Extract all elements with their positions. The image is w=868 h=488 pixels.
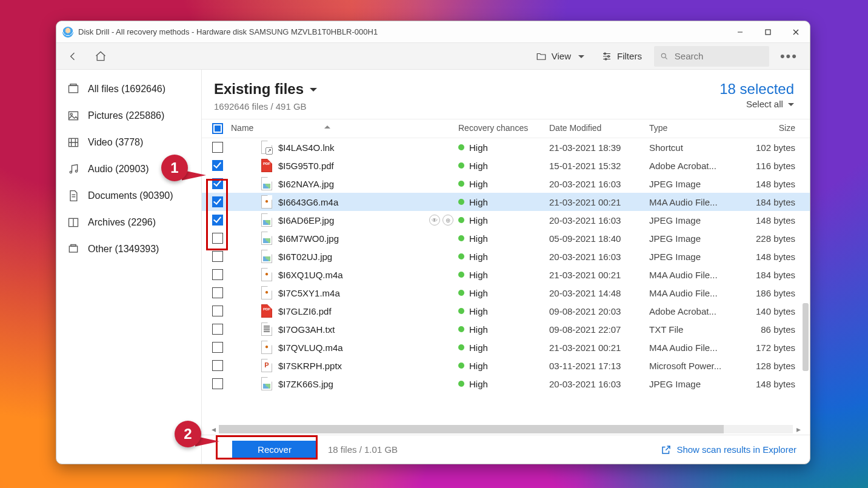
table-row[interactable]: $I4LAS4O.lnkHigh21-03-2021 18:39Shortcut… bbox=[202, 138, 810, 156]
file-name: $I4LAS4O.lnk bbox=[278, 142, 335, 153]
file-size: 184 bytes bbox=[731, 197, 804, 207]
selection-count: 18 selected bbox=[719, 81, 794, 98]
table-row[interactable]: $I7QVLUQ.m4aHigh21-03-2021 00:21M4A Audi… bbox=[202, 338, 810, 356]
table-row[interactable]: $I6T02UJ.jpgHigh20-03-2021 16:03JPEG Ima… bbox=[202, 247, 810, 266]
file-type: Shortcut bbox=[649, 142, 731, 153]
scope-dropdown[interactable]: Existing files bbox=[214, 81, 317, 98]
row-checkbox[interactable] bbox=[212, 342, 223, 353]
annotation-badge-2: 2 bbox=[175, 421, 201, 447]
column-size[interactable]: Size bbox=[731, 123, 804, 134]
horizontal-scrollbar[interactable]: ◂▸ bbox=[208, 424, 804, 435]
more-button[interactable]: ••• bbox=[780, 48, 798, 64]
table-row[interactable]: $I6AD6EP.jpg👁⊕High20-03-2021 16:03JPEG I… bbox=[202, 211, 810, 229]
file-type: JPEG Image bbox=[649, 379, 731, 389]
file-icon bbox=[261, 378, 272, 390]
file-name: $I7QVLUQ.m4a bbox=[278, 343, 343, 353]
svg-rect-1 bbox=[766, 30, 770, 35]
footer-selection-info: 18 files / 1.01 GB bbox=[328, 444, 398, 455]
table-row[interactable]: $I6643G6.m4aHigh21-03-2021 00:21M4A Audi… bbox=[202, 193, 810, 211]
row-checkbox[interactable] bbox=[212, 178, 223, 189]
column-recovery[interactable]: Recovery chances bbox=[458, 123, 549, 134]
row-hover-actions[interactable]: 👁⊕ bbox=[429, 215, 453, 226]
recover-button[interactable]: Recover bbox=[232, 441, 317, 459]
view-menu[interactable]: View bbox=[531, 51, 589, 62]
vertical-scrollbar[interactable] bbox=[801, 138, 810, 435]
back-button[interactable] bbox=[62, 46, 83, 67]
show-in-explorer-link[interactable]: Show scan results in Explorer bbox=[661, 444, 796, 455]
file-type: M4A Audio File... bbox=[649, 197, 731, 207]
table-row[interactable]: $I7SKRPH.pptxHigh03-11-2021 17:13Microso… bbox=[202, 356, 810, 375]
main-header: Existing files 1692646 files / 491 GB 18… bbox=[202, 70, 810, 119]
table-row[interactable]: $I7GLZI6.pdfHigh09-08-2021 20:03Adobe Ac… bbox=[202, 302, 810, 320]
row-checkbox[interactable] bbox=[212, 360, 223, 371]
search-icon bbox=[660, 52, 669, 61]
options-icon[interactable]: ⊕ bbox=[442, 215, 453, 226]
row-checkbox[interactable] bbox=[212, 306, 223, 316]
status-dot-icon bbox=[458, 235, 464, 241]
sidebar-item-video[interactable]: Video (3778) bbox=[56, 129, 201, 156]
file-name: $I6M7WO0.jpg bbox=[278, 233, 339, 244]
status-dot-icon bbox=[458, 199, 464, 205]
sidebar-item-pictures[interactable]: Pictures (225886) bbox=[56, 102, 201, 129]
table-row[interactable]: $I62NAYA.jpgHigh20-03-2021 16:03JPEG Ima… bbox=[202, 175, 810, 193]
sidebar-item-other[interactable]: Other (1349393) bbox=[56, 236, 201, 262]
row-checkbox[interactable] bbox=[212, 160, 223, 171]
sidebar: All files (1692646) Pictures (225886) Vi… bbox=[56, 70, 202, 464]
file-name: $I6AD6EP.jpg bbox=[278, 215, 334, 226]
row-checkbox[interactable] bbox=[212, 324, 223, 335]
table-row[interactable]: $I6M7WO0.jpgHigh05-09-2021 18:40JPEG Ima… bbox=[202, 229, 810, 247]
table-row[interactable]: $I7OG3AH.txtHigh09-08-2021 22:07TXT File… bbox=[202, 320, 810, 338]
status-dot-icon bbox=[458, 290, 464, 296]
date-modified: 21-03-2021 00:21 bbox=[549, 270, 649, 280]
recovery-chance: High bbox=[469, 288, 488, 298]
row-checkbox[interactable] bbox=[212, 269, 223, 280]
sidebar-item-archives[interactable]: Archives (2296) bbox=[56, 209, 201, 236]
home-button[interactable] bbox=[90, 46, 111, 67]
table-row[interactable]: $I6XQ1UQ.m4aHigh21-03-2021 00:21M4A Audi… bbox=[202, 266, 810, 284]
row-checkbox[interactable] bbox=[212, 233, 223, 244]
date-modified: 20-03-2021 16:03 bbox=[549, 379, 649, 389]
maximize-button[interactable] bbox=[754, 21, 782, 43]
date-modified: 20-03-2021 14:48 bbox=[549, 288, 649, 298]
file-icon bbox=[261, 250, 272, 262]
row-checkbox[interactable] bbox=[212, 251, 223, 262]
column-name[interactable]: Name bbox=[227, 123, 458, 134]
select-all-label: Select all bbox=[746, 99, 783, 109]
row-checkbox[interactable] bbox=[212, 378, 223, 389]
explorer-link-label: Show scan results in Explorer bbox=[676, 444, 796, 455]
column-type[interactable]: Type bbox=[649, 123, 731, 134]
table-row[interactable]: $I7C5XY1.m4aHigh20-03-2021 14:48M4A Audi… bbox=[202, 284, 810, 302]
file-icon bbox=[261, 232, 272, 244]
file-size: 148 bytes bbox=[731, 379, 804, 389]
row-checkbox[interactable] bbox=[212, 215, 223, 226]
date-modified: 21-03-2021 00:21 bbox=[549, 197, 649, 207]
date-modified: 20-03-2021 16:03 bbox=[549, 179, 649, 189]
minimize-button[interactable] bbox=[726, 21, 754, 43]
recovery-chance: High bbox=[469, 343, 488, 353]
table-row[interactable]: $I7ZK66S.jpgHigh20-03-2021 16:03JPEG Ima… bbox=[202, 375, 810, 393]
column-date[interactable]: Date Modified bbox=[549, 123, 649, 134]
close-button[interactable] bbox=[782, 21, 810, 43]
filters-label: Filters bbox=[617, 51, 642, 61]
row-checkbox[interactable] bbox=[212, 287, 223, 298]
search-input[interactable] bbox=[673, 50, 763, 62]
archive-icon bbox=[67, 216, 79, 229]
sidebar-item-allfiles[interactable]: All files (1692646) bbox=[56, 76, 201, 102]
preview-icon[interactable]: 👁 bbox=[429, 215, 440, 226]
row-checkbox[interactable] bbox=[212, 142, 223, 153]
stack-icon bbox=[67, 83, 79, 95]
file-type: Adobe Acrobat... bbox=[649, 161, 731, 171]
file-icon bbox=[261, 196, 272, 208]
sidebar-item-documents[interactable]: Documents (90390) bbox=[56, 182, 201, 209]
status-dot-icon bbox=[458, 363, 464, 369]
row-checkbox[interactable] bbox=[212, 196, 223, 207]
filters-menu[interactable]: Filters bbox=[596, 51, 647, 62]
recovery-chance: High bbox=[469, 361, 488, 371]
select-all-toggle[interactable]: Select all bbox=[719, 99, 794, 109]
table-body: $I4LAS4O.lnkHigh21-03-2021 18:39Shortcut… bbox=[202, 138, 810, 435]
sidebar-item-label: All files (1692646) bbox=[88, 84, 165, 95]
table-row[interactable]: $I5G95T0.pdfHigh15-01-2021 15:32Adobe Ac… bbox=[202, 156, 810, 175]
file-icon bbox=[261, 178, 272, 190]
search-box[interactable] bbox=[654, 46, 769, 67]
master-checkbox[interactable] bbox=[212, 123, 223, 134]
